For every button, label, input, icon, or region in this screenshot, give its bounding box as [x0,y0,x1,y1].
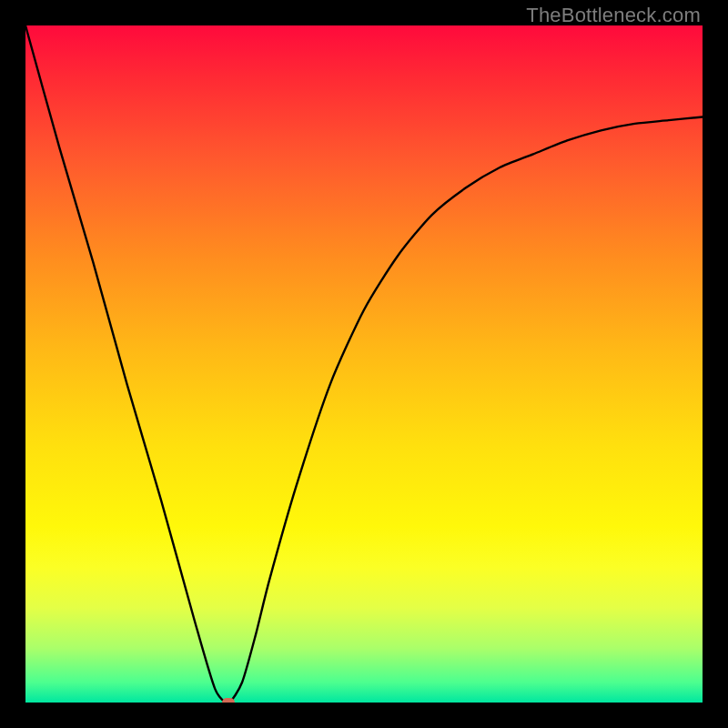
watermark-text: TheBottleneck.com [526,4,701,27]
chart-border-frame [0,0,728,728]
